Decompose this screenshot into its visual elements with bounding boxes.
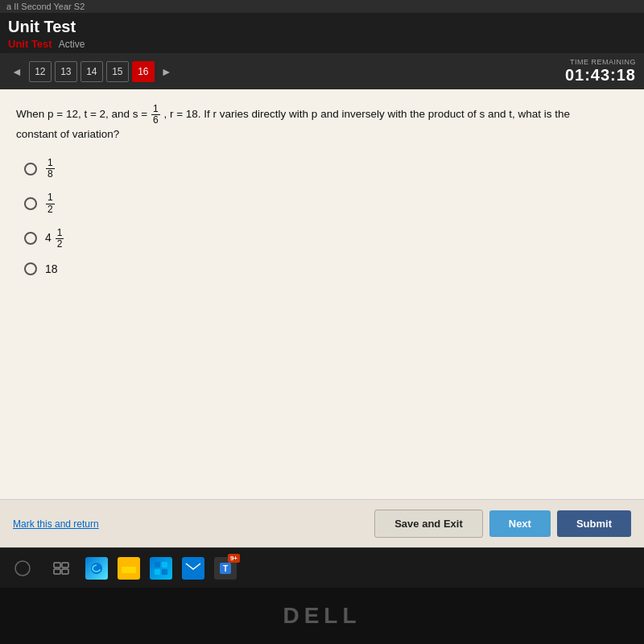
svg-rect-6	[162, 562, 167, 568]
radio-c[interactable]	[24, 232, 37, 245]
svg-rect-7	[155, 569, 160, 575]
radio-a[interactable]	[24, 163, 37, 175]
option-a[interactable]: 1 8	[24, 158, 628, 180]
fraction-s: 1 6	[151, 104, 160, 126]
fraction-s-den: 6	[151, 115, 160, 126]
fraction-b-den: 2	[46, 204, 55, 215]
option-c-label: 4 1 2	[45, 228, 64, 250]
option-d[interactable]: 18	[24, 262, 628, 275]
option-d-label: 18	[45, 262, 58, 275]
edge-icon[interactable]	[85, 557, 108, 580]
option-c[interactable]: 4 1 2	[24, 228, 628, 250]
svg-rect-2	[62, 563, 68, 568]
svg-text:T: T	[223, 564, 228, 573]
answer-options: 1 8 1 2 4	[24, 158, 628, 275]
nav-num-12[interactable]: 12	[29, 61, 52, 82]
fraction-a: 1 8	[46, 158, 55, 180]
option-b[interactable]: 1 2	[24, 192, 628, 214]
nav-num-16[interactable]: 16	[132, 61, 155, 82]
dell-area: DELL	[0, 588, 644, 644]
question-text-before: When p = 12, t = 2, and s =	[16, 108, 151, 120]
mail-icon[interactable]	[182, 557, 204, 580]
radio-d[interactable]	[24, 262, 37, 275]
svg-rect-3	[54, 569, 60, 574]
start-button[interactable]	[8, 554, 37, 583]
fraction-c-num: 1	[56, 228, 64, 239]
folder-icon[interactable]	[118, 557, 140, 580]
next-arrow[interactable]: ►	[158, 64, 175, 80]
fraction-a-num: 1	[46, 158, 55, 169]
svg-point-0	[15, 561, 30, 576]
fraction-c-den: 2	[56, 239, 64, 250]
option-a-label: 1 8	[45, 158, 56, 180]
question-nav: ◄ 12 13 14 15 16 ► TIME REMAINING 01:43:…	[0, 53, 644, 89]
notification-icon[interactable]: T 9+	[214, 557, 237, 580]
status-badge: Active	[59, 39, 85, 50]
svg-rect-5	[155, 562, 160, 568]
dell-logo: DELL	[283, 603, 361, 629]
nav-num-13[interactable]: 13	[55, 61, 77, 82]
fraction-c: 1 2	[56, 228, 64, 250]
question-area: When p = 12, t = 2, and s = 1 6 , r = 18…	[0, 89, 644, 499]
fraction-b: 1 2	[46, 192, 55, 214]
top-bar: a II Second Year S2	[0, 0, 644, 13]
question-text: When p = 12, t = 2, and s = 1 6 , r = 18…	[16, 104, 628, 143]
fraction-b-num: 1	[46, 192, 55, 204]
submit-button[interactable]: Submit	[557, 510, 631, 537]
store-icon[interactable]	[150, 557, 172, 580]
svg-rect-4	[62, 569, 68, 574]
question-text-after: constant of variation?	[16, 128, 119, 140]
top-bar-text: a II Second Year S2	[6, 2, 85, 11]
next-button[interactable]: Next	[489, 510, 551, 537]
prev-arrow[interactable]: ◄	[8, 64, 26, 80]
time-label: TIME REMAINING	[565, 58, 636, 66]
svg-rect-8	[162, 569, 167, 575]
time-value: 01:43:18	[565, 66, 636, 85]
page-title: Unit Test	[8, 18, 636, 36]
breadcrumb-unit-test: Unit Test	[8, 38, 52, 50]
header: Unit Test Unit Test Active	[0, 13, 644, 53]
fraction-s-num: 1	[151, 104, 160, 115]
nav-num-15[interactable]: 15	[106, 61, 129, 82]
save-exit-button[interactable]: Save and Exit	[374, 510, 483, 538]
task-view-button[interactable]	[47, 554, 76, 583]
mark-return-link[interactable]: Mark this and return	[13, 518, 99, 530]
radio-b[interactable]	[24, 197, 37, 210]
option-b-label: 1 2	[45, 192, 56, 214]
svg-rect-1	[54, 563, 60, 568]
taskbar: T 9+	[0, 547, 644, 588]
action-bar: Mark this and return Save and Exit Next …	[0, 499, 644, 547]
question-text-middle: , r = 18. If r varies directly with p an…	[163, 108, 570, 120]
nav-num-14[interactable]: 14	[80, 61, 103, 82]
option-c-whole: 4	[45, 231, 52, 244]
timer: TIME REMAINING 01:43:18	[565, 58, 636, 85]
fraction-a-den: 8	[46, 169, 55, 180]
